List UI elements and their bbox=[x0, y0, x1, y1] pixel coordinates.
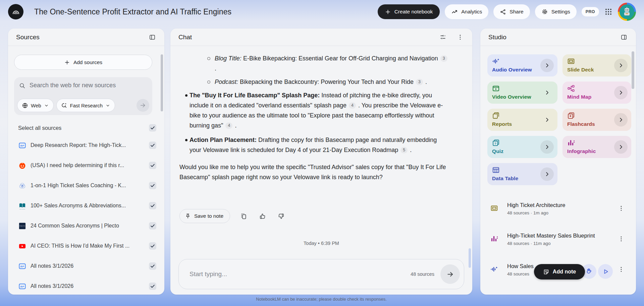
studio-artifact-item[interactable]: High Ticket Architecture48 sources · 1m … bbox=[490, 202, 629, 218]
sources-header: Sources bbox=[8, 29, 164, 46]
studio-tile-data-table[interactable]: Data Table bbox=[487, 163, 557, 185]
thumbs-down-button[interactable] bbox=[276, 211, 286, 221]
artifact-more-button[interactable] bbox=[618, 266, 625, 274]
source-checkbox[interactable] bbox=[149, 222, 156, 230]
chat-more-button[interactable] bbox=[455, 32, 466, 43]
chevron-down-icon bbox=[105, 103, 110, 108]
chat-text-segment: Podcast: bbox=[215, 79, 238, 85]
play-icon bbox=[602, 268, 609, 275]
collapse-sources-button[interactable] bbox=[147, 32, 158, 43]
search-placeholder: Search the web for new sources bbox=[30, 82, 116, 89]
share-button[interactable]: Share bbox=[493, 4, 530, 19]
source-row[interactable]: m+Deep Research Report: The High-Tick... bbox=[8, 135, 164, 155]
source-checkbox[interactable] bbox=[149, 182, 156, 189]
research-mode-label: Fast Research bbox=[70, 103, 103, 108]
studio-tile-flashcards[interactable]: Flashcards bbox=[562, 109, 631, 131]
studio-tile-reports[interactable]: Reports bbox=[487, 109, 557, 131]
hand-wave-icon bbox=[585, 268, 593, 275]
copy-button[interactable] bbox=[238, 211, 249, 221]
studio-tile-slide-deck[interactable]: Slide Deck bbox=[562, 54, 631, 76]
search-submit-button[interactable] bbox=[137, 99, 149, 112]
user-avatar[interactable] bbox=[618, 3, 636, 21]
thumbs-up-icon bbox=[259, 213, 266, 220]
globe-icon bbox=[22, 102, 28, 109]
citation-chip[interactable]: 3 bbox=[416, 79, 423, 85]
create-notebook-button[interactable]: Create notebook bbox=[378, 4, 440, 19]
sources-count-label: 48 sources bbox=[411, 271, 434, 277]
share-label: Share bbox=[509, 9, 523, 15]
research-mode-dropdown[interactable]: Fast Research bbox=[56, 99, 115, 112]
citation-chip[interactable]: 3 bbox=[440, 55, 447, 62]
source-row[interactable]: Sales Playbook100+ Sales Acronyms & Abbr… bbox=[8, 196, 164, 216]
studio-tile-label: Mind Map bbox=[567, 94, 591, 100]
source-checkbox[interactable] bbox=[149, 202, 156, 209]
studio-tile-mind-map[interactable]: Mind Map bbox=[562, 82, 631, 104]
save-to-note-button[interactable]: Save to note bbox=[179, 209, 230, 223]
source-checkbox[interactable] bbox=[149, 142, 156, 149]
chevron-right-icon[interactable] bbox=[540, 167, 554, 181]
source-row[interactable]: AI CEO: THIS is How I'd Make My First ..… bbox=[8, 236, 164, 256]
thumbs-up-button[interactable] bbox=[257, 211, 268, 221]
studio-artifact-item[interactable]: High-Ticket Mastery Sales Blueprint48 so… bbox=[490, 232, 629, 248]
studio-artifacts-list: High Ticket Architecture48 sources · 1m … bbox=[480, 202, 636, 293]
infographic-icon bbox=[567, 139, 575, 148]
source-row[interactable]: m+All notes 3/1/2026 bbox=[8, 256, 164, 276]
studio-tile-video-overview[interactable]: Video Overview bbox=[487, 82, 557, 104]
chevron-right-icon[interactable] bbox=[614, 140, 628, 154]
svg-text:m+: m+ bbox=[20, 144, 24, 147]
panel-toggle-icon bbox=[621, 34, 627, 41]
source-title: 1-on-1 High Ticket Sales Coaching - K... bbox=[31, 183, 149, 189]
source-row[interactable]: 1-on-1 High Ticket Sales Coaching - K... bbox=[8, 175, 164, 196]
studio-scrollbar[interactable] bbox=[632, 51, 634, 89]
source-row[interactable]: m+All notes 3/1/2026 bbox=[8, 276, 164, 295]
venn-icon bbox=[18, 182, 26, 190]
citation-chip[interactable]: 4 bbox=[349, 102, 356, 109]
add-note-button[interactable]: Add note bbox=[534, 264, 585, 279]
collapse-studio-button[interactable] bbox=[619, 32, 629, 43]
notebooklm-logo[interactable] bbox=[8, 4, 23, 19]
play-button[interactable] bbox=[598, 264, 613, 279]
web-filter-dropdown[interactable]: Web bbox=[17, 99, 54, 112]
chat-text-segment: . bbox=[233, 122, 236, 129]
chevron-right-icon[interactable] bbox=[614, 59, 628, 72]
quiz-icon: ? bbox=[492, 139, 500, 148]
citation-chip[interactable]: 4 bbox=[225, 122, 232, 129]
svg-text:m+: m+ bbox=[20, 265, 24, 268]
artifact-more-button[interactable] bbox=[618, 236, 625, 244]
chevron-right-icon[interactable] bbox=[614, 86, 628, 99]
send-message-button[interactable] bbox=[440, 264, 460, 284]
chat-text-segment: Bikepacking the Backcountry: Powering Yo… bbox=[238, 79, 415, 85]
chat-settings-button[interactable] bbox=[437, 32, 448, 43]
notebook-title[interactable]: The One-Sentence Profit Extractor and AI… bbox=[34, 7, 231, 16]
source-checkbox[interactable] bbox=[149, 283, 156, 290]
trending-up-icon bbox=[451, 8, 458, 15]
sources-scrollbar[interactable] bbox=[161, 54, 163, 111]
analytics-button[interactable]: Analytics bbox=[445, 4, 488, 19]
chat-scrollbar[interactable] bbox=[469, 248, 471, 268]
studio-tile-quiz[interactable]: ?Quiz bbox=[487, 136, 557, 158]
studio-tile-infographic[interactable]: Infographic bbox=[562, 136, 631, 158]
search-filters-row: Web Fast Research bbox=[17, 99, 149, 112]
citation-chip[interactable]: 5 bbox=[400, 147, 408, 153]
source-row[interactable]: (USA) I need help determining if this r.… bbox=[8, 155, 164, 175]
artifact-more-button[interactable] bbox=[618, 205, 625, 213]
source-checkbox[interactable] bbox=[149, 162, 156, 169]
chevron-right-icon[interactable] bbox=[614, 113, 628, 126]
search-input-row[interactable]: Search the web for new sources bbox=[19, 82, 148, 89]
chevron-right-icon[interactable] bbox=[540, 140, 554, 154]
chevron-right-icon[interactable] bbox=[540, 113, 554, 126]
studio-tile-audio-overview[interactable]: Audio Overview bbox=[487, 54, 557, 76]
source-checkbox[interactable] bbox=[149, 262, 156, 270]
chat-timestamp: Today • 6:39 PM bbox=[170, 241, 472, 246]
chevron-right-icon[interactable] bbox=[540, 86, 554, 99]
chat-input[interactable] bbox=[190, 270, 411, 278]
source-checkbox[interactable] bbox=[149, 242, 156, 250]
select-all-checkbox[interactable] bbox=[149, 124, 156, 132]
save-to-note-label: Save to note bbox=[194, 213, 223, 219]
chevron-right-icon[interactable] bbox=[540, 59, 554, 72]
settings-button[interactable]: Settings bbox=[535, 4, 577, 19]
google-apps-button[interactable] bbox=[604, 7, 613, 16]
add-sources-button[interactable]: Add sources bbox=[14, 55, 152, 70]
chat-header: Chat bbox=[170, 29, 472, 46]
source-row[interactable]: PLECTO24 Common Sales Acronyms | Plecto bbox=[8, 216, 164, 236]
